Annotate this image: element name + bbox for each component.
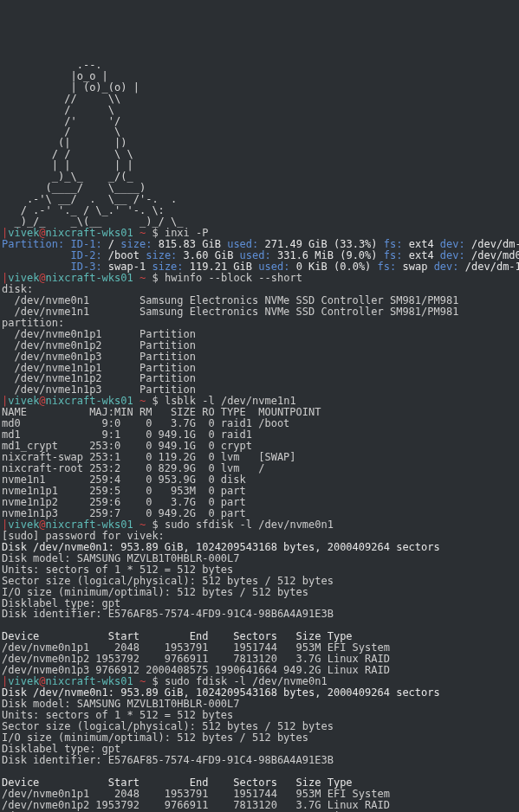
- fdisk-output-block: Disk /dev/nvme0n1: 953.89 GiB, 102420954…: [2, 686, 440, 812]
- sfdisk-output-block: [sudo] password for vivek: Disk /dev/nvm…: [2, 530, 440, 676]
- tux-ascii-art: .--. |o_o | | (o)_(o) | // \\ / \ /' '/ …: [2, 59, 184, 228]
- prompt-line-4[interactable]: |vivek@nixcraft-wks01 ~ $ sudo sfdisk -l…: [2, 519, 334, 531]
- input-cmd-hwinfo: hwinfo --block --short: [165, 272, 302, 284]
- prompt-line-2[interactable]: |vivek@nixcraft-wks01 ~ $ hwinfo --block…: [2, 272, 302, 284]
- hwinfo-output-block: disk: /dev/nvme0n1 Samsung Electronics N…: [2, 283, 458, 396]
- input-cmd-sfdisk: sudo sfdisk -l /dev/nvme0n1: [165, 519, 334, 531]
- input-cmd-lsblk: lsblk -l /dev/nvme1n1: [165, 395, 296, 407]
- prompt-line-3[interactable]: |vivek@nixcraft-wks01 ~ $ lsblk -l /dev/…: [2, 395, 296, 407]
- inxi-output-block: Partition: ID-1: / size: 815.83 GiB used…: [2, 238, 519, 273]
- prompt-line-5[interactable]: |vivek@nixcraft-wks01 ~ $ sudo fdisk -l …: [2, 675, 328, 687]
- input-cmd-fdisk: sudo fdisk -l /dev/nvme0n1: [165, 675, 328, 687]
- terminal-output: .--. |o_o | | (o)_(o) | // \\ / \ /' '/ …: [2, 48, 517, 812]
- input-cmd-inxi: inxi -P: [165, 227, 209, 239]
- sudo-prompt: [sudo] password for vivek:: [2, 530, 171, 542]
- lsblk-output-block: NAME MAJ:MIN RM SIZE RO TYPE MOUNTPOINT …: [2, 406, 321, 519]
- prompt-line-1[interactable]: |vivek@nixcraft-wks01 ~ $ inxi -P: [2, 227, 209, 239]
